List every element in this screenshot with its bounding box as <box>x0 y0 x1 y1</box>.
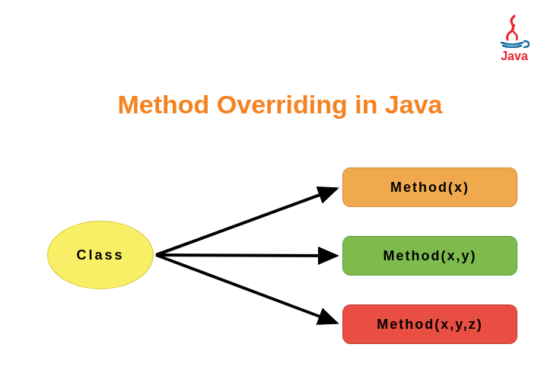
class-node: Class <box>47 221 154 289</box>
arrow-3 <box>156 255 336 323</box>
diagram-title: Method Overriding in Java <box>118 90 443 120</box>
java-logo: Java <box>492 14 537 67</box>
java-steam-icon <box>495 14 533 48</box>
java-logo-text: Java <box>501 49 528 63</box>
arrow-2 <box>156 255 336 256</box>
arrow-1 <box>156 189 336 255</box>
method-box-1: Method(x) <box>342 167 517 207</box>
method-box-2: Method(x,y) <box>342 236 517 276</box>
method-box-3: Method(x,y,z) <box>342 304 517 344</box>
